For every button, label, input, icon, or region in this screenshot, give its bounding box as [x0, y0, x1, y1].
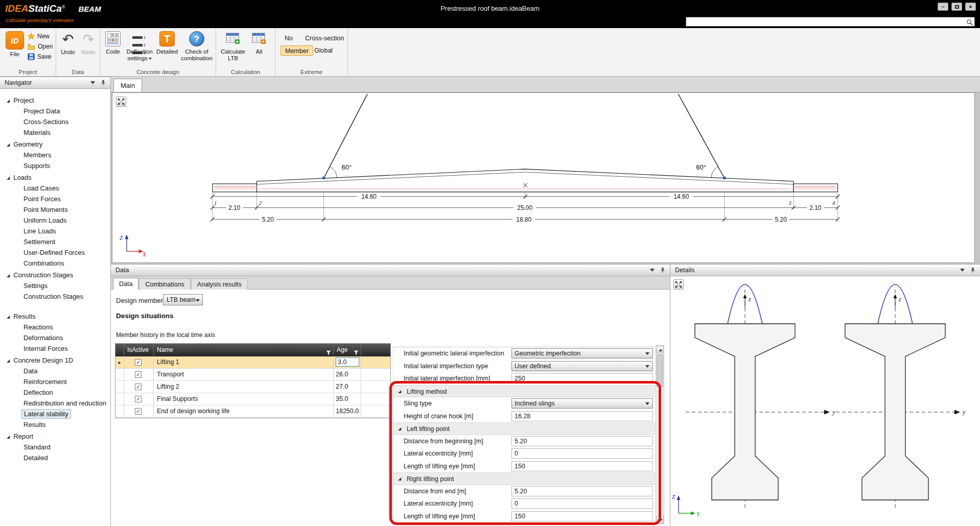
calculate-ltb-button[interactable]: Calculate LTB — [220, 30, 246, 62]
check-of-combination-button[interactable]: ? Check of combination — [180, 30, 214, 62]
open-button[interactable]: Open — [28, 42, 53, 51]
beam-canvas[interactable]: 60° 60° — [112, 92, 975, 263]
input-height-of-crane-hook-m[interactable]: 16.28 — [511, 411, 653, 421]
input-lateral-eccentricity-mm[interactable]: 0 — [511, 448, 653, 459]
chevron-down-icon[interactable] — [90, 81, 95, 84]
nav-item-project-data[interactable]: Project Data — [0, 106, 110, 116]
nav-item-cross-sections[interactable]: Cross-Sections — [0, 116, 110, 127]
extreme-member-option[interactable]: Member — [281, 45, 313, 56]
tab-analysis-results[interactable]: Analysis results — [191, 278, 248, 290]
isactive-checkbox[interactable]: ✓ — [135, 371, 142, 378]
extreme-global-option[interactable]: Global — [314, 45, 333, 56]
fit-view-button[interactable] — [116, 97, 126, 107]
minimize-button[interactable]: – — [938, 3, 948, 11]
scrollbar-thumb[interactable] — [657, 354, 663, 387]
nav-group-report[interactable]: ◢Report — [0, 431, 110, 442]
tree-expander-icon[interactable]: ◢ — [7, 358, 10, 363]
nav-item-user-defined-forces[interactable]: User-Defined Forces — [0, 247, 110, 258]
column-isactive[interactable]: IsActive — [124, 344, 154, 356]
isactive-checkbox[interactable]: ✓ — [135, 396, 142, 402]
chevron-down-icon[interactable] — [960, 269, 965, 272]
input-distance-from-beginning-m[interactable]: 5.20 — [511, 436, 653, 446]
input-distance-from-end-m[interactable]: 5.20 — [511, 486, 653, 496]
nav-group-construction-stages[interactable]: ◢Construction Stages — [0, 270, 110, 280]
isactive-checkbox[interactable]: ✓ — [135, 408, 142, 415]
calculate-all-button[interactable]: All — [248, 30, 270, 55]
nav-item-results[interactable]: Results — [0, 419, 110, 430]
column-age[interactable]: Age — [334, 344, 361, 356]
save-button[interactable]: Save — [28, 52, 51, 61]
prop-section-right-lifting-point[interactable]: ◢Right lifting point — [393, 472, 655, 485]
nav-item-detailed[interactable]: Detailed — [0, 452, 110, 463]
nav-item-construction-stages[interactable]: Construction Stages — [0, 291, 110, 302]
scroll-up-button[interactable] — [656, 346, 664, 353]
nav-group-loads[interactable]: ◢Loads — [0, 172, 110, 183]
input-initial-lateral-imperfection-mm[interactable]: 250 — [511, 373, 653, 384]
nav-group-results[interactable]: ◢Results — [0, 311, 110, 322]
dropdown-initial-lateral-imperfection-type[interactable]: User defined — [511, 361, 653, 371]
nav-item-point-forces[interactable]: Point Forces — [0, 194, 110, 204]
nav-item-combinations[interactable]: Combinations — [0, 258, 110, 269]
tab-main[interactable]: Main — [113, 79, 142, 92]
tree-expander-icon[interactable]: ◢ — [7, 99, 10, 103]
tab-data[interactable]: Data — [113, 278, 138, 290]
nav-item-standard[interactable]: Standard — [0, 442, 110, 452]
close-button[interactable]: × — [965, 3, 976, 11]
table-row-end-of-design-working-life[interactable]: ✓End of design working life18250.0 — [115, 405, 390, 418]
deflection-settings-button[interactable]: 1 2 3 Deflection settings — [125, 30, 154, 62]
row-name[interactable]: End of design working life — [154, 405, 334, 417]
row-name[interactable]: Transport — [154, 369, 334, 380]
input-lateral-eccentricity-mm[interactable]: 0 — [511, 498, 653, 509]
prop-section-left-lifting-point[interactable]: ◢Left lifting point — [393, 422, 655, 435]
nav-item-settings[interactable]: Settings — [0, 280, 110, 291]
input-length-of-lifting-eye-mm[interactable]: 150 — [511, 461, 653, 471]
tree-expander-icon[interactable]: ◢ — [7, 273, 10, 278]
nav-item-line-loads[interactable]: Line Loads — [0, 226, 110, 236]
filter-icon[interactable] — [326, 350, 331, 355]
extreme-cross-section-option[interactable]: Cross-section — [305, 33, 344, 43]
details-content[interactable]: y z y z — [670, 276, 980, 526]
dropdown-initial-geometric-lateral-imperfection[interactable]: Geometric imperfection — [511, 348, 653, 358]
code-button[interactable]: 25.8 Code — [102, 30, 124, 55]
tree-expander-icon[interactable]: ◢ — [7, 176, 10, 180]
filter-icon[interactable] — [354, 350, 359, 355]
section-expander-icon[interactable]: ◢ — [398, 473, 401, 485]
isactive-checkbox[interactable]: ✓ — [135, 384, 142, 390]
tree-expander-icon[interactable]: ◢ — [7, 315, 10, 319]
table-row-lifting-1[interactable]: ▸✓Lifting 13.0 — [115, 356, 390, 369]
nav-item-lateral-stability[interactable]: Lateral stability — [0, 409, 110, 419]
column-name[interactable]: Name — [154, 344, 334, 356]
design-member-dropdown[interactable]: LTB beam — [163, 294, 203, 305]
tree-expander-icon[interactable]: ◢ — [7, 142, 10, 147]
nav-item-internal-forces[interactable]: Internal Forces — [0, 343, 110, 354]
table-row-transport[interactable]: ✓Transport26.0 — [115, 369, 390, 381]
redo-button[interactable]: ↷ Redo — [79, 31, 98, 56]
undo-button[interactable]: ↶ Undo — [58, 31, 78, 56]
input-length-of-lifting-eye-mm[interactable]: 150 — [511, 511, 653, 521]
section-expander-icon[interactable]: ◢ — [398, 423, 401, 435]
section-expander-icon[interactable]: ◢ — [398, 386, 401, 398]
nav-item-redistribution-and-reduction[interactable]: Redistribution and reduction — [0, 398, 110, 409]
nav-group-project[interactable]: ◢Project — [0, 95, 110, 106]
detailed-button[interactable]: T Detailed — [155, 30, 179, 55]
nav-item-deflection[interactable]: Deflection — [0, 387, 110, 398]
row-name[interactable]: Lifting 1 — [154, 356, 334, 368]
maximize-button[interactable] — [951, 3, 962, 11]
table-row-lifting-2[interactable]: ✓Lifting 227.0 — [115, 381, 390, 393]
nav-item-reinforcement[interactable]: Reinforcement — [0, 376, 110, 387]
nav-item-materials[interactable]: Materials — [0, 127, 110, 138]
nav-item-uniform-loads[interactable]: Uniform Loads — [0, 215, 110, 226]
row-name[interactable]: Final Supports — [154, 393, 334, 405]
nav-item-reactions[interactable]: Reactions — [0, 322, 110, 332]
scroll-down-button[interactable] — [656, 516, 664, 523]
nav-item-deformations[interactable]: Deformations — [0, 332, 110, 343]
nav-item-point-moments[interactable]: Point Moments — [0, 204, 110, 215]
new-button[interactable]: New — [28, 32, 50, 41]
pin-icon[interactable] — [970, 267, 976, 273]
nav-group-concrete-design-1d[interactable]: ◢Concrete Design 1D — [0, 355, 110, 366]
table-row-final-supports[interactable]: ✓Final Supports35.0 — [115, 393, 390, 405]
isactive-checkbox[interactable]: ✓ — [135, 359, 142, 366]
nav-item-supports[interactable]: Supports — [0, 160, 110, 171]
prop-section-lifting-method[interactable]: ◢Lifting method — [393, 385, 655, 398]
tree-expander-icon[interactable]: ◢ — [7, 435, 10, 439]
